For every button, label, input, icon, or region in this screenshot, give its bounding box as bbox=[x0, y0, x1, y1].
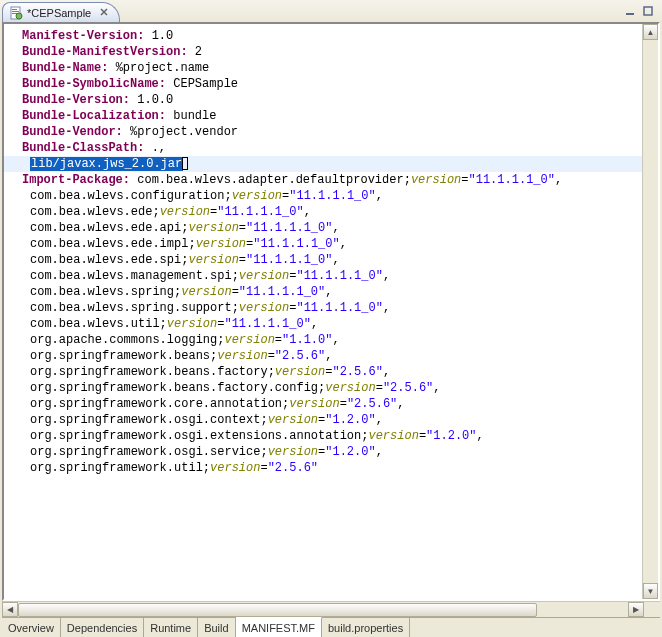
bottom-tab-bar: OverviewDependenciesRuntimeBuildMANIFEST… bbox=[2, 617, 660, 637]
bottom-tab-dependencies[interactable]: Dependencies bbox=[61, 618, 144, 637]
svg-rect-2 bbox=[12, 11, 19, 12]
scroll-corner bbox=[644, 602, 660, 617]
bottom-tab-manifest-mf[interactable]: MANIFEST.MF bbox=[236, 617, 322, 637]
scroll-left-icon[interactable]: ◀ bbox=[2, 602, 18, 617]
svg-rect-5 bbox=[626, 13, 634, 15]
maximize-icon[interactable] bbox=[640, 3, 656, 19]
scroll-thumb[interactable] bbox=[18, 603, 537, 617]
manifest-file-icon bbox=[9, 6, 23, 20]
svg-point-4 bbox=[16, 13, 22, 19]
close-icon[interactable] bbox=[99, 7, 109, 19]
tab-title: *CEPSample bbox=[27, 7, 91, 19]
bottom-tab-build-properties[interactable]: build.properties bbox=[322, 618, 410, 637]
editor-area: Manifest-Version: 1.0Bundle-ManifestVers… bbox=[2, 22, 660, 601]
bottom-tab-overview[interactable]: Overview bbox=[2, 618, 61, 637]
editor-tab[interactable]: *CEPSample bbox=[2, 2, 120, 22]
scroll-down-icon[interactable]: ▼ bbox=[643, 583, 658, 599]
vertical-scrollbar[interactable]: ▲ ▼ bbox=[642, 24, 658, 599]
bottom-tab-runtime[interactable]: Runtime bbox=[144, 618, 198, 637]
editor-tab-bar: *CEPSample bbox=[0, 0, 662, 22]
minimize-icon[interactable] bbox=[622, 3, 638, 19]
manifest-editor[interactable]: Manifest-Version: 1.0Bundle-ManifestVers… bbox=[4, 24, 642, 599]
scroll-up-icon[interactable]: ▲ bbox=[643, 24, 658, 40]
scroll-track-h[interactable] bbox=[18, 602, 628, 617]
svg-rect-6 bbox=[644, 7, 652, 15]
scroll-track[interactable] bbox=[643, 40, 658, 583]
bottom-tab-build[interactable]: Build bbox=[198, 618, 235, 637]
svg-rect-1 bbox=[12, 9, 17, 10]
scroll-right-icon[interactable]: ▶ bbox=[628, 602, 644, 617]
toolbar-right bbox=[622, 0, 656, 22]
horizontal-scrollbar[interactable]: ◀ ▶ bbox=[2, 601, 660, 617]
